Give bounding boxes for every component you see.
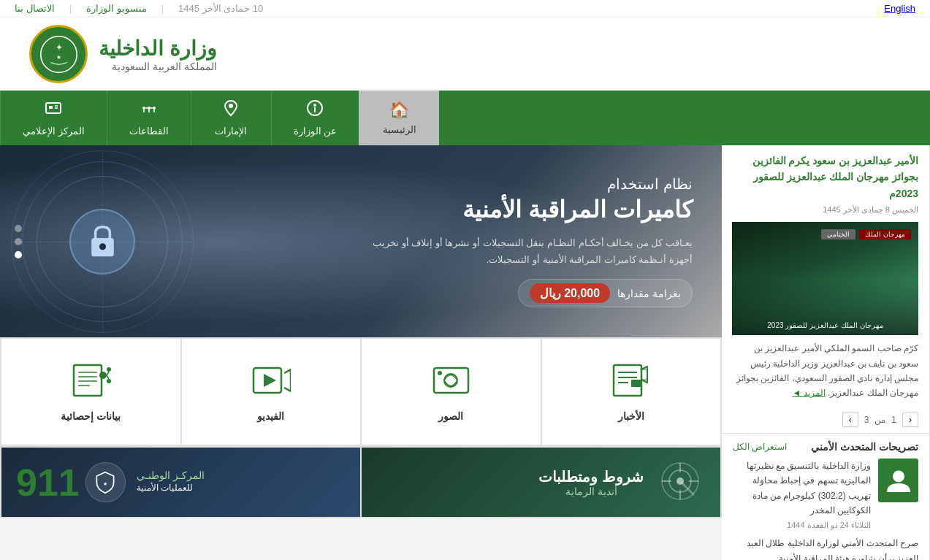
shooting-title: شروط ومتطلبات: [538, 468, 644, 486]
video-icon: [251, 362, 291, 403]
spokesperson-content: وزارة الداخلية بالتنسيق مع نظيرتها المال…: [733, 459, 918, 531]
shooting-text: شروط ومتطلبات أندية الرماية: [538, 468, 644, 497]
svg-rect-26: [631, 380, 641, 387]
svg-point-7: [142, 107, 145, 110]
stats-icon: [71, 362, 111, 403]
spokesperson-statement: وزارة الداخلية بالتنسيق مع نظيرتها المال…: [733, 459, 871, 518]
svg-text:✦: ✦: [55, 42, 62, 53]
pagination-current: 1: [891, 415, 896, 425]
date-display: 10 جمادى الأخر 1445: [178, 3, 263, 14]
bottom-grid: شروط ومتطلبات أندية الرماية المركـز الوط…: [0, 446, 722, 518]
svg-rect-5: [314, 107, 316, 112]
news-more-link[interactable]: المزيد ◄: [792, 388, 825, 398]
banner-content: نظام استخدام كاميرات المراقبة الأمنية يع…: [0, 161, 722, 323]
card-911[interactable]: المركـز الوطنـي للعمليات الأمنية ★ 911: [1, 448, 360, 517]
news-article-date: الخميس 8 جمادى الأخر 1445: [733, 205, 918, 215]
svg-line-40: [107, 372, 109, 375]
card-video-label: الفيديو: [257, 410, 284, 422]
fine-label: بغرامة مقدارها: [617, 288, 681, 299]
separator-2: |: [69, 3, 72, 14]
pagination-of: من: [874, 415, 885, 425]
card-911-badge-area: ★ 911: [16, 462, 126, 502]
nav-about[interactable]: عن الوزارة: [271, 91, 359, 145]
shield-badge: ★: [85, 462, 126, 502]
news-article-desc: كرّم صاحب السمو الملكي الأمير عبدالعزيز …: [722, 335, 929, 407]
svg-point-9: [153, 107, 156, 110]
card-stats-label: بيانات إحصائية: [61, 410, 121, 422]
card-video[interactable]: الفيديو: [182, 339, 361, 445]
spokesperson-title: تصريحات المتحدث الأمني: [811, 441, 918, 453]
news-sidebar: الأمير عبدالعزيز بن سعود يكرم الفائزين ب…: [722, 145, 930, 560]
separator-1: |: [161, 3, 164, 14]
header: وزارة الداخلية المملكة العربية السعودية …: [0, 18, 930, 91]
svg-point-8: [148, 107, 150, 110]
view-all-btn[interactable]: استعراض الكل: [733, 442, 787, 452]
media-icon: [45, 99, 62, 121]
card-news[interactable]: الأخبار: [542, 339, 721, 445]
svg-point-37: [99, 372, 107, 379]
svg-point-29: [444, 374, 457, 387]
top-bar-left: English: [884, 3, 915, 14]
news-article: الأمير عبدالعزيز بن سعود يكرم الفائزين ب…: [722, 145, 929, 222]
svg-point-30: [438, 371, 442, 375]
banner-description: يعـاقب كل من يخـالف أحكـام النظـام بنقل …: [364, 234, 693, 269]
logo-area: وزارة الداخلية المملكة العربية السعودية …: [29, 25, 217, 83]
card-stats[interactable]: بيانات إحصائية: [1, 339, 180, 445]
spokesperson-text-area: وزارة الداخلية بالتنسيق مع نظيرتها المال…: [733, 459, 871, 531]
card-911-text-area: المركـز الوطنـي للعمليات الأمنية: [137, 469, 346, 495]
banner-title-large: كاميرات المراقبة الأمنية: [29, 196, 693, 223]
svg-point-38: [107, 367, 111, 372]
logo-icon: ✦ ★: [29, 25, 88, 83]
nav-home-label: الرئيسية: [383, 124, 416, 135]
emirates-icon: [222, 99, 240, 121]
number-911: 911: [16, 464, 80, 502]
news-icon: [611, 362, 651, 403]
card-911-inner: المركـز الوطنـي للعمليات الأمنية ★ 911: [1, 462, 360, 502]
card-photos-label: الصور: [438, 410, 463, 422]
right-content: نظام استخدام كاميرات المراقبة الأمنية يع…: [0, 145, 722, 560]
lang-english-link[interactable]: English: [884, 3, 915, 14]
top-bar: English 10 جمادى الأخر 1445 | منسوبو الو…: [0, 0, 930, 18]
nav-media[interactable]: المركز الإعلامي: [0, 91, 107, 145]
pagination-prev[interactable]: ‹: [902, 413, 918, 427]
nav-home[interactable]: 🏠 الرئيسية: [359, 91, 439, 145]
spokesperson-section: تصريحات المتحدث الأمني استعراض الكل وزار…: [722, 433, 929, 560]
svg-line-41: [107, 375, 109, 379]
svg-rect-16: [49, 106, 53, 109]
pagination-total: 3: [864, 415, 869, 425]
shooting-subtitle: أندية الرماية: [538, 486, 644, 497]
card-news-label: الأخبار: [618, 410, 644, 422]
card-photos[interactable]: الصور: [362, 339, 541, 445]
contact-link[interactable]: الاتصال بنا: [15, 3, 55, 14]
svg-text:★: ★: [103, 481, 107, 486]
pagination-next[interactable]: ›: [842, 413, 858, 427]
svg-rect-15: [46, 103, 61, 113]
about-icon: [306, 99, 324, 121]
svg-point-4: [313, 104, 316, 107]
banner-fine: بغرامة مقدارها 20,000 ريال: [518, 279, 693, 307]
svg-text:★: ★: [56, 54, 61, 61]
news-article-title: الأمير عبدالعزيز بن سعود يكرم الفائزين ب…: [733, 153, 918, 202]
ministry-staff-link[interactable]: منسوبو الوزارة: [86, 3, 147, 14]
nav-emirates[interactable]: الإمارات: [191, 91, 271, 145]
sectors-icon: [140, 99, 158, 121]
shooting-card-inner: شروط ومتطلبات أندية الرماية: [362, 459, 720, 506]
photos-icon: [431, 362, 471, 403]
logo-text: وزارة الداخلية المملكة العربية السعودية: [99, 37, 217, 72]
card-shooting[interactable]: شروط ومتطلبات أندية الرماية: [362, 448, 720, 517]
svg-point-39: [107, 379, 111, 383]
svg-rect-32: [74, 365, 102, 396]
news-pagination: ‹ 1 من 3 ›: [722, 407, 929, 433]
nav-sectors[interactable]: القطاعات: [107, 91, 191, 145]
svg-point-19: [893, 470, 904, 482]
news-image: مهرجان الملك الختامي مهرجان الملك عبدالع…: [732, 222, 918, 335]
nav-sectors-label: القطاعات: [129, 126, 169, 137]
spokesperson-header: تصريحات المتحدث الأمني استعراض الكل: [733, 441, 918, 453]
spokesperson-full-text: صرح المتحدث الأمني لوزارة الداخلية طلال …: [733, 530, 918, 560]
card-911-title: المركـز الوطنـي: [137, 469, 205, 481]
site-subtitle: المملكة العربية السعودية: [99, 61, 217, 72]
main-content: الأمير عبدالعزيز بن سعود يكرم الفائزين ب…: [0, 145, 930, 560]
card-911-subtitle: للعمليات الأمنية: [137, 481, 193, 495]
main-nav: 🏠 الرئيسية عن الوزارة الإمارات: [0, 91, 930, 145]
spokesperson-date: الثلاثاء 24 ذو القعدة 1444: [733, 521, 871, 530]
